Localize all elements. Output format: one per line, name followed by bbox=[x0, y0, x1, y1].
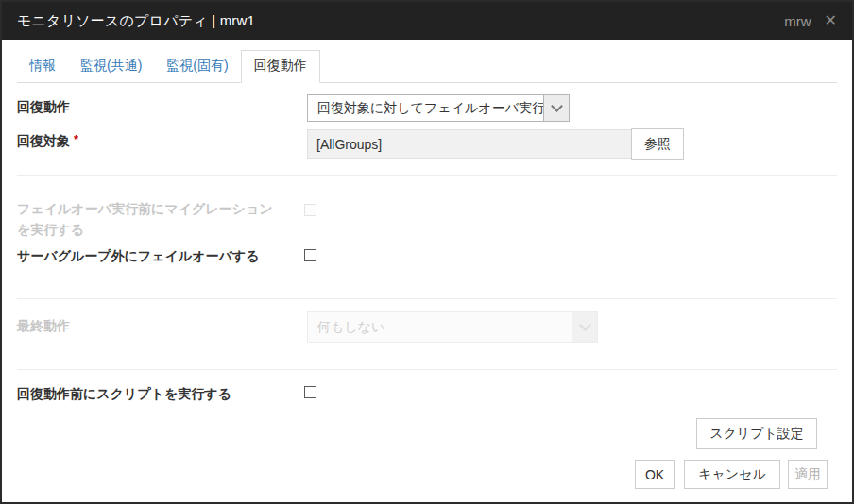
final-action-selected-value: 何もしない bbox=[308, 312, 572, 342]
page-title: モニタリソースのプロパティ | mrw1 bbox=[17, 12, 255, 30]
section-divider bbox=[17, 175, 837, 176]
recovery-action-selected-value: 回復対象に対してフェイルオーバ実行 bbox=[308, 95, 543, 121]
chevron-down-icon bbox=[543, 95, 569, 121]
apply-button: 適用 bbox=[788, 460, 828, 489]
close-icon[interactable]: ✕ bbox=[825, 13, 837, 28]
tab-bar: 情報 監視(共通) 監視(固有) 回復動作 bbox=[17, 53, 837, 83]
tab-monitor-common[interactable]: 監視(共通) bbox=[68, 51, 154, 82]
monitor-resource-properties-dialog: モニタリソースのプロパティ | mrw1 mrw ✕ 情報 監視(共通) 監視(… bbox=[0, 0, 854, 504]
chevron-down-icon bbox=[572, 312, 597, 342]
tab-info[interactable]: 情報 bbox=[17, 51, 68, 82]
recovery-action-label: 回復動作 bbox=[17, 96, 70, 117]
window-badge: mrw bbox=[784, 13, 811, 29]
final-action-select: 何もしない bbox=[307, 311, 598, 343]
script-before-recovery-label: 回復動作前にスクリプトを実行する bbox=[17, 383, 231, 404]
script-settings-button[interactable]: スクリプト設定 bbox=[696, 418, 817, 449]
migration-before-failover-checkbox bbox=[304, 204, 316, 216]
required-asterisk: * bbox=[74, 132, 78, 146]
tab-monitor-special[interactable]: 監視(固有) bbox=[154, 51, 240, 82]
script-before-recovery-checkbox[interactable] bbox=[304, 386, 316, 398]
recovery-action-select[interactable]: 回復対象に対してフェイルオーバ実行 bbox=[307, 94, 570, 122]
ok-button[interactable]: OK bbox=[635, 460, 675, 489]
browse-button[interactable]: 参照 bbox=[631, 128, 684, 160]
tab-recovery-action[interactable]: 回復動作 bbox=[241, 50, 320, 83]
migration-before-failover-label: フェイルオーバ実行前にマイグレーションを実行する bbox=[17, 198, 276, 240]
recovery-target-label: 回復対象* bbox=[17, 130, 78, 152]
title-bar-right: mrw ✕ bbox=[784, 13, 837, 29]
final-action-label: 最終動作 bbox=[17, 315, 70, 336]
section-divider bbox=[17, 298, 837, 299]
cancel-button[interactable]: キャンセル bbox=[684, 460, 780, 489]
section-divider bbox=[17, 369, 837, 370]
dialog-title-bar: モニタリソースのプロパティ | mrw1 mrw ✕ bbox=[2, 2, 852, 40]
failover-outside-server-group-label: サーバグループ外にフェイルオーバする bbox=[17, 245, 260, 266]
recovery-target-field: [AllGroups] bbox=[307, 129, 632, 159]
recovery-target-label-text: 回復対象 bbox=[17, 133, 70, 148]
failover-outside-server-group-checkbox[interactable] bbox=[304, 249, 316, 261]
